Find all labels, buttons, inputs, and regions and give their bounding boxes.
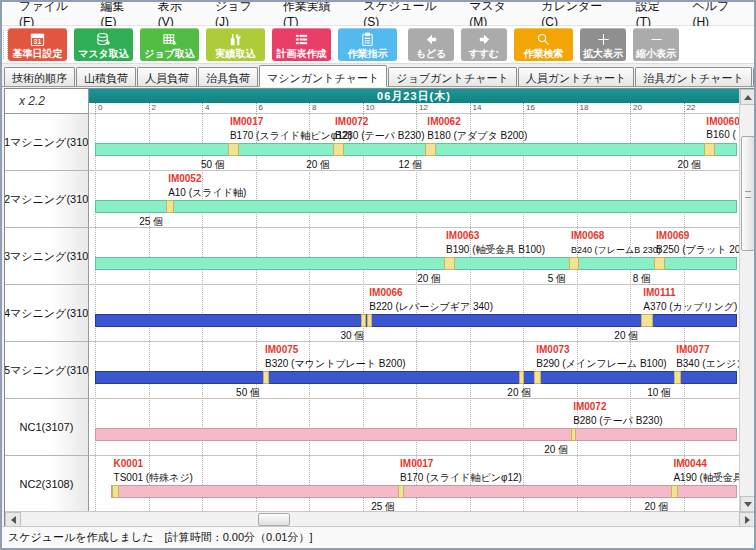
- setup-segment[interactable]: [641, 314, 653, 327]
- setup-segment[interactable]: [671, 485, 678, 498]
- tools-icon: [228, 31, 243, 48]
- setup-segment[interactable]: [228, 143, 239, 156]
- job-id-label: IM0017: [230, 116, 263, 127]
- down-arrow-icon: [744, 502, 752, 507]
- scroll-right-button[interactable]: [739, 512, 755, 527]
- menu-bar: ファイル(F)編集(E)表示(V)ジョブ(J)作業実績(T)スケジュール(S)マ…: [2, 2, 754, 26]
- master-import-button[interactable]: マスタ取込: [74, 28, 133, 61]
- back-button[interactable]: もどる: [408, 28, 454, 61]
- tab-technical-order[interactable]: 技術的順序: [4, 67, 75, 86]
- setup-segment[interactable]: [519, 371, 524, 384]
- scroll-left-button[interactable]: [5, 512, 21, 527]
- job-id-label: IM0060: [706, 116, 739, 127]
- job-id-label: IM0063: [446, 230, 479, 241]
- job-import-button-label: ジョブ取込: [144, 48, 195, 59]
- forward-button[interactable]: すすむ: [461, 28, 507, 61]
- job-bar[interactable]: [95, 200, 737, 213]
- tab-machine-gantt[interactable]: マシンガントチャート: [259, 65, 387, 87]
- scroll-up-button[interactable]: [740, 89, 756, 105]
- job-bar[interactable]: [95, 371, 737, 384]
- work-order-button[interactable]: 作業指示: [338, 28, 397, 61]
- tick-label: 8: [309, 103, 316, 114]
- setup-segment[interactable]: [263, 371, 269, 384]
- vertical-scroll-thumb[interactable]: [741, 136, 755, 251]
- tab-job-gantt[interactable]: ジョブガントチャート: [388, 67, 516, 86]
- job-item-label: TS001 (特殊ネジ): [114, 471, 193, 485]
- vertical-scrollbar[interactable]: [739, 89, 755, 512]
- tab-jig-gantt[interactable]: 治具ガントチャート: [635, 67, 752, 86]
- job-item-label: B290 (メインフレーム B100): [536, 357, 666, 371]
- tab-staff-load[interactable]: 人員負荷: [137, 67, 197, 86]
- clipboard-icon: [360, 31, 375, 48]
- calendar-icon: 31: [30, 31, 45, 48]
- arrow-right-icon: [477, 31, 492, 48]
- machine-label: M2マシニング(3102): [5, 171, 89, 228]
- plus-icon: [596, 31, 611, 48]
- job-bar[interactable]: [111, 485, 737, 498]
- setup-segment[interactable]: [674, 371, 681, 384]
- job-id-label: IM0017: [400, 458, 433, 469]
- job-id-label: IM0069: [656, 230, 689, 241]
- job-item-label: B180 (アダプタ B200): [427, 129, 527, 143]
- gantt-row: IM0066B220 (レバーシブギア 340)30 個IM0111A370 (…: [89, 285, 739, 342]
- work-search-button-label: 作業検索: [524, 48, 564, 59]
- setup-segment[interactable]: [166, 200, 174, 213]
- job-id-label: IM0066: [369, 287, 402, 298]
- tick-label: 4: [202, 103, 209, 114]
- results-import-button[interactable]: 実績取込: [206, 28, 265, 61]
- tab-jig-load[interactable]: 治具負荷: [198, 67, 258, 86]
- job-item-label: A370 (カップリング): [643, 300, 737, 314]
- up-arrow-icon: [744, 95, 752, 100]
- job-quantity-label: 12 個: [370, 158, 422, 172]
- horizontal-scrollbar[interactable]: [5, 511, 755, 527]
- tab-staff-gantt[interactable]: 人員ガントチャート: [518, 67, 635, 86]
- tick-label: 18: [577, 103, 589, 114]
- horizontal-scroll-thumb[interactable]: [258, 513, 290, 526]
- tick-label: 10: [363, 103, 375, 114]
- setup-segment[interactable]: [425, 143, 436, 156]
- job-import-button[interactable]: ジョブ取込: [140, 28, 199, 61]
- minus-icon: [649, 31, 664, 48]
- zoom-in-button[interactable]: 拡大表示: [580, 28, 626, 61]
- setup-segment[interactable]: [112, 485, 119, 498]
- gantt-row: IM0052A10 (スライド軸)25 個: [89, 171, 739, 228]
- job-id-label: IM0072: [573, 401, 606, 412]
- job-item-label: A190 (軸受金具: [673, 471, 739, 485]
- left-arrow-icon: [11, 516, 16, 524]
- setup-segment[interactable]: [569, 257, 579, 270]
- job-id-label: IM0111: [643, 287, 675, 298]
- base-date-button[interactable]: 31基準日設定: [8, 28, 67, 61]
- setup-segment[interactable]: [361, 314, 366, 327]
- gantt-row: IM0063B190 (軸受金具 B100)20 個IM0068B240 (フレ…: [89, 228, 739, 285]
- job-quantity-label: 20 個: [479, 386, 531, 400]
- setup-segment[interactable]: [654, 257, 665, 270]
- scroll-down-button[interactable]: [740, 496, 756, 512]
- tab-load-pile[interactable]: 山積負荷: [76, 67, 136, 86]
- setup-segment[interactable]: [367, 314, 372, 327]
- job-quantity-label: 10 個: [619, 386, 671, 400]
- setup-segment[interactable]: [704, 143, 715, 156]
- zoom-out-button-label: 縮小表示: [636, 48, 676, 59]
- job-id-label: K0001: [114, 458, 143, 469]
- plan-create-button[interactable]: 計画表作成: [272, 28, 331, 61]
- setup-segment[interactable]: [534, 371, 541, 384]
- setup-segment[interactable]: [571, 428, 576, 441]
- machine-label: M1マシニング(3101): [5, 114, 89, 171]
- job-item-label: B170 (スライド軸ピンφ12): [230, 129, 352, 143]
- search-icon: [536, 31, 551, 48]
- job-bar[interactable]: [95, 257, 737, 270]
- job-bar[interactable]: [95, 428, 737, 441]
- tick-label: 16: [523, 103, 535, 114]
- job-bar[interactable]: [95, 143, 737, 156]
- job-quantity-label: 20 個: [586, 329, 638, 343]
- job-quantity-label: 30 個: [312, 329, 364, 343]
- setup-segment[interactable]: [333, 143, 344, 156]
- setup-segment[interactable]: [444, 257, 455, 270]
- gantt-row: IM0072B280 (テーパ B230)20 個: [89, 399, 739, 456]
- job-item-label: B190 (軸受金具 B100): [446, 243, 545, 257]
- work-search-button[interactable]: 作業検索: [514, 28, 573, 61]
- setup-segment[interactable]: [398, 485, 404, 498]
- job-id-label: IM0077: [676, 344, 709, 355]
- job-quantity-label: 25 個: [343, 500, 395, 513]
- zoom-out-button[interactable]: 縮小表示: [633, 28, 679, 61]
